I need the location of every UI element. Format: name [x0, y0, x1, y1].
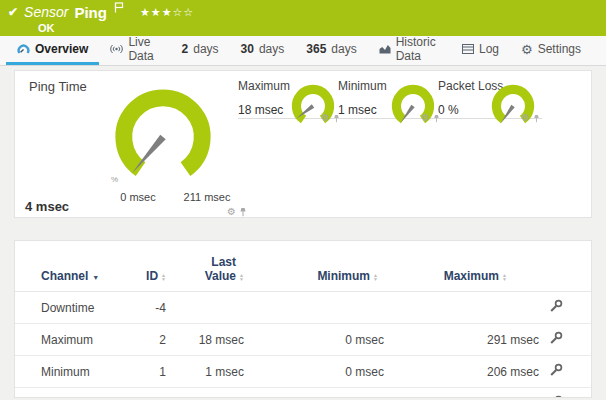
channel-row: Minimum11 msec0 msec206 msec: [15, 356, 591, 388]
maximum-cell: 206 msec: [388, 356, 543, 388]
channel-row: Packet Loss30 %0 %40 %: [15, 388, 591, 399]
channel-table-panel: Channel▼ ID▲▼ Last Value▲▼ Minimum▲▼ Max…: [14, 240, 592, 398]
channel-name-cell[interactable]: Downtime: [15, 292, 125, 324]
percent-toggle-icon[interactable]: %: [111, 175, 118, 184]
channel-settings-icon[interactable]: [543, 356, 591, 388]
mini-title: Maximum: [238, 79, 290, 93]
sensor-type-label: Sensor: [24, 4, 68, 20]
mini-panel-minimum: Minimum 1 msec ⚙: [338, 71, 438, 219]
priority-stars[interactable]: ★★★☆☆: [140, 6, 194, 19]
col-header-actions: [543, 241, 591, 292]
gauge-settings-gear-icon[interactable]: ⚙: [227, 207, 236, 217]
tab-log[interactable]: Log: [451, 36, 510, 65]
gauge-settings-gear-icon[interactable]: ⚙: [521, 113, 530, 123]
pin-icon[interactable]: [433, 109, 440, 127]
tab-overview[interactable]: Overview: [6, 36, 99, 65]
channel-settings-icon[interactable]: [543, 324, 591, 356]
maximum-cell: 291 msec: [388, 324, 543, 356]
tab-live-data-label: Live Data: [128, 35, 159, 63]
tab-settings[interactable]: ⚙ Settings: [510, 36, 592, 65]
col-header-channel[interactable]: Channel▼: [15, 241, 125, 292]
sensor-name: Ping: [74, 4, 107, 21]
overview-gauges-panel: Ping Time % 0 msec 211 msec 4 msec ⚙ Max…: [14, 70, 592, 218]
maximum-cell: 40 %: [388, 388, 543, 399]
tab-historic-label: Historic Data: [396, 35, 440, 63]
minimum-cell: 0 msec: [248, 356, 388, 388]
mini-title: Minimum: [338, 79, 387, 93]
log-list-icon: [462, 44, 474, 54]
minimum-cell: 0 msec: [248, 324, 388, 356]
mini-value: 18 msec: [238, 103, 283, 117]
sort-icon: ▲▼: [161, 273, 166, 281]
gauge-max-label: 211 msec: [175, 191, 239, 203]
mini-panel-maximum: Maximum 18 msec ⚙: [238, 71, 338, 219]
last-value-cell: [170, 292, 248, 324]
channel-name-cell[interactable]: Maximum: [15, 324, 125, 356]
channel-id-cell: -4: [125, 292, 170, 324]
pin-icon[interactable]: [333, 109, 340, 127]
last-value-cell: 18 msec: [170, 324, 248, 356]
status-check-icon: ✔: [8, 5, 18, 19]
tab-live-data[interactable]: Live Data: [99, 36, 170, 65]
tab-settings-label: Settings: [538, 42, 581, 56]
minimum-cell: [248, 292, 388, 324]
channel-row: Downtime-4: [15, 292, 591, 324]
last-value-cell: 0 %: [170, 388, 248, 399]
sensor-status-text: OK: [8, 22, 596, 34]
live-signal-icon: [110, 44, 123, 54]
channel-settings-icon[interactable]: [543, 292, 591, 324]
col-header-last-value[interactable]: Last Value▲▼: [170, 241, 248, 292]
tab-bar: Overview Live Data 2 days 30 days 365 da…: [0, 36, 606, 66]
ping-time-value: 4 msec: [25, 199, 69, 214]
channel-table-body: Downtime-4Maximum218 msec0 msec291 msecM…: [15, 292, 591, 399]
last-value-cell: 1 msec: [170, 356, 248, 388]
tab-365-days[interactable]: 365 days: [295, 36, 367, 65]
maximum-cell: [388, 292, 543, 324]
gauge-settings-gear-icon[interactable]: ⚙: [321, 113, 330, 123]
channel-id-cell: 1: [125, 356, 170, 388]
mini-value: 0 %: [438, 103, 459, 117]
tab-log-label: Log: [479, 42, 499, 56]
settings-gear-icon: ⚙: [521, 43, 533, 56]
tab-2-days[interactable]: 2 days: [171, 36, 230, 65]
pin-icon[interactable]: [533, 109, 540, 127]
sort-icon: ▲▼: [373, 273, 378, 281]
channel-row: Maximum218 msec0 msec291 msec: [15, 324, 591, 356]
sort-desc-icon: ▼: [92, 274, 99, 281]
tab-overview-label: Overview: [35, 42, 88, 56]
channel-name-cell[interactable]: Minimum: [15, 356, 125, 388]
channel-name-cell[interactable]: Packet Loss: [15, 388, 125, 399]
channel-id-cell: 3: [125, 388, 170, 399]
minimum-cell: 0 %: [248, 388, 388, 399]
mini-panel-packet-loss: Packet Loss 0 % ⚙: [438, 71, 538, 219]
gauge-settings-gear-icon[interactable]: ⚙: [421, 113, 430, 123]
channel-settings-icon[interactable]: [543, 388, 591, 399]
col-header-id[interactable]: ID▲▼: [125, 241, 170, 292]
mini-value: 1 msec: [338, 103, 377, 117]
tab-30-days[interactable]: 30 days: [230, 36, 296, 65]
gauge-icon: [17, 43, 30, 55]
sort-icon: ▲▼: [502, 273, 507, 281]
sensor-status-header: ✔ Sensor Ping ★★★☆☆ OK: [0, 0, 606, 36]
col-header-maximum[interactable]: Maximum▲▼: [388, 241, 543, 292]
channel-table: Channel▼ ID▲▼ Last Value▲▼ Minimum▲▼ Max…: [15, 241, 591, 398]
gauge-min-label: 0 msec: [110, 191, 166, 203]
priority-flag-icon[interactable]: [114, 0, 124, 17]
tab-historic-data[interactable]: Historic Data: [368, 36, 451, 65]
historic-chart-icon: [379, 44, 391, 54]
channel-id-cell: 2: [125, 324, 170, 356]
main-gauge-title: Ping Time: [29, 79, 87, 94]
sort-icon: ▲▼: [239, 273, 244, 281]
col-header-minimum[interactable]: Minimum▲▼: [248, 241, 388, 292]
